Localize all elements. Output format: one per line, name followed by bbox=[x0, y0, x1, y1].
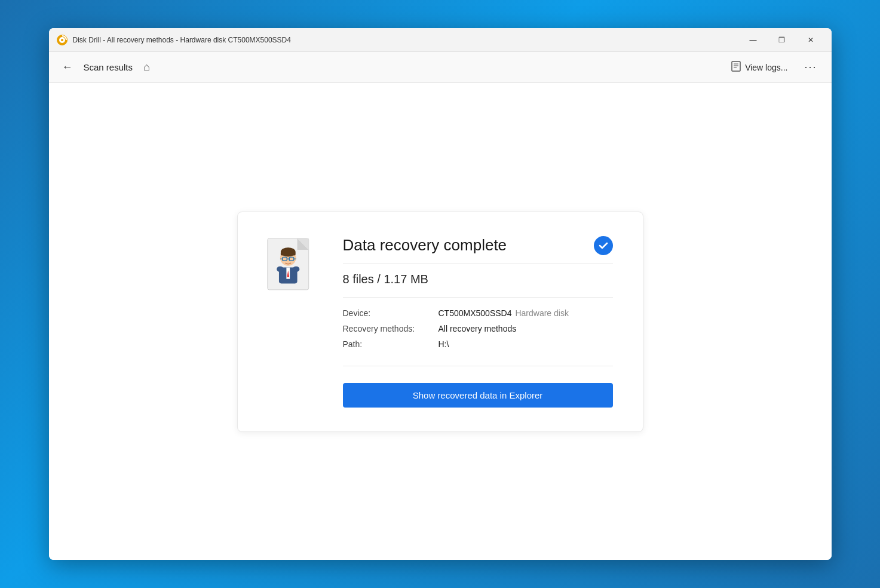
titlebar: Disk Drill - All recovery methods - Hard… bbox=[49, 28, 832, 52]
window-controls: — ❐ ✕ bbox=[740, 31, 824, 49]
recovery-card: Data recovery complete 8 files / 1.17 MB… bbox=[237, 212, 643, 432]
svg-rect-3 bbox=[732, 62, 740, 71]
disk-drill-icon bbox=[56, 34, 68, 46]
home-button[interactable]: ⌂ bbox=[140, 59, 154, 76]
restore-button[interactable]: ❐ bbox=[768, 31, 796, 49]
toolbar: ← Scan results ⌂ View logs... ··· bbox=[49, 52, 832, 83]
path-row: Path: H:\ bbox=[343, 339, 613, 349]
more-button[interactable]: ··· bbox=[799, 59, 821, 76]
view-logs-button[interactable]: View logs... bbox=[726, 59, 792, 76]
view-logs-label: View logs... bbox=[745, 63, 787, 72]
show-recovered-data-button[interactable]: Show recovered data in Explorer bbox=[343, 383, 613, 408]
path-label: Path: bbox=[343, 339, 439, 349]
device-label: Device: bbox=[343, 308, 439, 318]
recovery-methods-label: Recovery methods: bbox=[343, 324, 439, 333]
recovery-title: Data recovery complete bbox=[343, 236, 507, 255]
recovery-methods-row: Recovery methods: All recovery methods bbox=[343, 324, 613, 333]
svg-rect-12 bbox=[280, 252, 295, 255]
card-header: Data recovery complete bbox=[343, 236, 613, 264]
main-content: Data recovery complete 8 files / 1.17 MB… bbox=[49, 83, 832, 560]
device-row: Device: CT500MX500SSD4 Hardware disk bbox=[343, 308, 613, 318]
back-button[interactable]: ← bbox=[59, 59, 76, 76]
card-content: Data recovery complete 8 files / 1.17 MB… bbox=[343, 236, 613, 408]
device-type: Hardware disk bbox=[515, 308, 568, 318]
toolbar-left: ← Scan results ⌂ bbox=[59, 59, 726, 76]
window-title: Disk Drill - All recovery methods - Hard… bbox=[73, 36, 740, 44]
device-value: CT500MX500SSD4 bbox=[439, 308, 512, 318]
file-icon bbox=[262, 236, 321, 302]
recovery-methods-value: All recovery methods bbox=[439, 324, 517, 333]
path-value: H:\ bbox=[439, 339, 449, 349]
svg-point-21 bbox=[277, 266, 283, 272]
success-icon bbox=[594, 236, 613, 255]
minimize-button[interactable]: — bbox=[740, 31, 767, 49]
recovery-summary: 8 files / 1.17 MB bbox=[343, 272, 613, 298]
svg-point-22 bbox=[292, 266, 299, 272]
close-button[interactable]: ✕ bbox=[797, 31, 824, 49]
app-window: Disk Drill - All recovery methods - Hard… bbox=[49, 28, 832, 560]
svg-point-2 bbox=[61, 39, 63, 41]
scan-results-label: Scan results bbox=[84, 62, 133, 72]
toolbar-right: View logs... ··· bbox=[726, 59, 821, 76]
log-icon bbox=[731, 61, 741, 74]
card-details: Device: CT500MX500SSD4 Hardware disk Rec… bbox=[343, 308, 613, 366]
